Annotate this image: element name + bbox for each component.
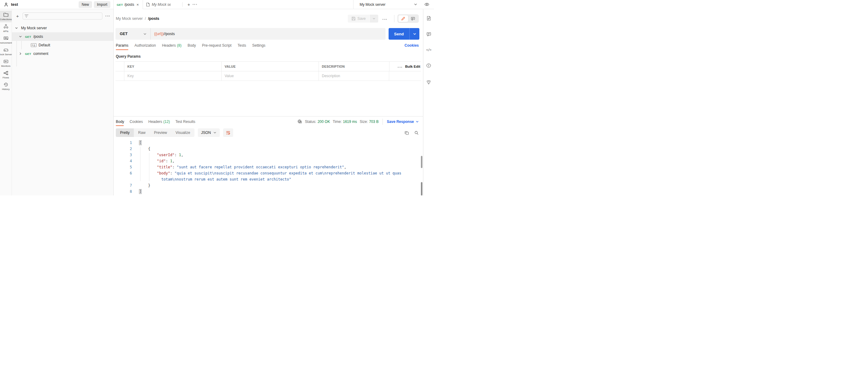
response-body-code[interactable]: 1[2 {3 "userId": 1,4 "id": 1,5 "title": …	[114, 138, 423, 196]
wrap-line-button[interactable]	[223, 128, 233, 137]
environment-selector[interactable]: My Mock server	[353, 0, 420, 9]
save-button[interactable]: Save	[348, 14, 378, 23]
request-row-comment[interactable]: GET comment	[12, 50, 113, 58]
tab-authorization[interactable]: Authorization	[131, 40, 159, 51]
size-badge[interactable]: Size:703 B	[360, 120, 378, 124]
tab-body[interactable]: Body	[184, 40, 199, 51]
send-button[interactable]: Send	[389, 28, 420, 40]
close-tab-icon[interactable]: ✕	[136, 2, 140, 7]
scrollbar-thumb[interactable]	[421, 156, 423, 168]
sidebar-item-flows[interactable]: Flows	[0, 69, 11, 81]
new-tab-button[interactable]: +	[186, 0, 191, 9]
url-input[interactable]: {{url}}//posts	[151, 32, 178, 36]
line-number: 7	[114, 182, 139, 188]
tab-tests[interactable]: Tests	[235, 40, 249, 51]
comment-icon	[411, 17, 415, 21]
scrollbar-thumb[interactable]	[421, 182, 423, 196]
breadcrumb-current[interactable]: /posts	[148, 17, 159, 21]
param-description-input[interactable]	[322, 74, 386, 78]
lightbulb-icon[interactable]	[426, 79, 431, 85]
tab-settings[interactable]: Settings	[249, 40, 269, 51]
copy-icon[interactable]	[404, 130, 409, 135]
chevron-right-icon[interactable]	[18, 52, 23, 55]
workspace-name[interactable]: test	[11, 2, 18, 7]
format-select[interactable]: JSON	[198, 128, 220, 137]
sidebar-item-history[interactable]: History	[0, 81, 11, 92]
params-options-icon[interactable]	[398, 64, 402, 69]
sidebar-item-environments[interactable]: Environments	[0, 34, 11, 46]
param-value-input[interactable]	[225, 74, 315, 78]
add-collection-button[interactable]: +	[15, 12, 20, 20]
tab-divider	[182, 2, 183, 7]
wrap-text-icon	[226, 130, 230, 135]
search-icon[interactable]	[414, 130, 419, 135]
collection-row-mock-server[interactable]: My Mock server	[12, 24, 113, 32]
method-select[interactable]: GET	[116, 28, 151, 40]
time-badge[interactable]: Time:1619 ms	[333, 120, 357, 124]
param-key-input[interactable]	[127, 74, 218, 78]
save-options-chevron[interactable]	[369, 14, 378, 23]
tab-response-body[interactable]: Body	[116, 117, 127, 127]
edit-mode-button[interactable]	[398, 15, 408, 22]
request-options-icon[interactable]	[382, 17, 387, 21]
chevron-down-icon[interactable]	[18, 35, 23, 38]
tab-pre-request-script[interactable]: Pre-request Script	[199, 40, 235, 51]
view-pretty[interactable]: Pretty	[116, 128, 134, 137]
info-icon[interactable]	[426, 63, 431, 68]
request-workspace: My Mock server / /posts Save	[114, 9, 423, 196]
tab-headers[interactable]: Headers(8)	[159, 40, 184, 51]
apis-icon	[3, 24, 8, 29]
network-globe-icon[interactable]	[297, 119, 302, 124]
collection-tab-mock-server[interactable]: My Mock server	[143, 0, 174, 9]
example-row-default[interactable]: e.g. Default	[12, 41, 113, 50]
filter-icon	[25, 14, 28, 18]
code-line: totam\nnostrum rerum est autem sunt rem …	[114, 176, 423, 182]
code-snippet-icon[interactable]: </>	[426, 48, 431, 52]
tab-params[interactable]: Params	[116, 40, 131, 51]
breadcrumb-parent[interactable]: My Mock server	[116, 17, 143, 21]
code-line: 6 "body": "quia et suscipit\nsuscipit re…	[114, 170, 423, 176]
sidebar-item-monitors[interactable]: Monitors	[0, 57, 11, 69]
tab-response-headers[interactable]: Headers(12)	[146, 117, 173, 127]
comment-mode-button[interactable]	[408, 15, 418, 22]
column-header-key: KEY	[127, 65, 134, 68]
top-header: test New Import GET /posts ✕ My Mock ser…	[0, 0, 434, 9]
view-raw[interactable]: Raw	[134, 128, 150, 137]
collections-icon	[3, 12, 8, 17]
view-visualize[interactable]: Visualize	[171, 128, 194, 137]
query-params-title: Query Params	[116, 54, 423, 59]
send-options-chevron[interactable]	[410, 28, 420, 40]
line-number: 1	[114, 140, 139, 146]
environment-quick-look[interactable]	[420, 0, 434, 9]
response-toolbar: Pretty Raw Preview Visualize JSON	[116, 127, 419, 138]
pencil-icon	[401, 17, 405, 21]
column-header-value: VALUE	[225, 65, 236, 68]
code-line: 7 }	[114, 182, 423, 188]
comments-icon[interactable]	[426, 32, 431, 37]
sidebar-item-collections[interactable]: Collections	[0, 11, 11, 22]
code-line: 3 "userId": 1,	[114, 152, 423, 158]
request-row-posts[interactable]: GET /posts	[12, 32, 113, 41]
collections-options-icon[interactable]	[104, 14, 111, 18]
cookies-link[interactable]: Cookies	[404, 43, 419, 48]
chevron-down-icon[interactable]	[14, 27, 19, 30]
environment-name: My Mock server	[360, 2, 414, 7]
bulk-edit-button[interactable]: Bulk Edit	[405, 65, 420, 68]
save-response-button[interactable]: Save Response	[387, 120, 419, 124]
collections-filter-input[interactable]	[23, 12, 102, 20]
import-button[interactable]: Import	[94, 1, 110, 8]
chevron-down-icon	[143, 32, 147, 36]
chevron-down-icon	[213, 131, 216, 134]
tab-test-results[interactable]: Test Results	[173, 117, 198, 127]
status-badge[interactable]: Status:200 OK	[305, 120, 330, 124]
view-preview[interactable]: Preview	[150, 128, 171, 137]
sidebar-item-apis[interactable]: APIs	[0, 22, 11, 34]
request-tab-posts[interactable]: GET /posts ✕	[114, 0, 143, 9]
code-line: 4 "id": 1,	[114, 158, 423, 164]
documentation-icon[interactable]	[426, 16, 431, 21]
sidebar-item-mock-servers[interactable]: Mock Servers	[0, 46, 11, 57]
tab-options-icon[interactable]	[191, 0, 198, 9]
new-button[interactable]: New	[79, 1, 92, 8]
tab-response-cookies[interactable]: Cookies	[127, 117, 145, 127]
eye-icon	[424, 2, 429, 7]
